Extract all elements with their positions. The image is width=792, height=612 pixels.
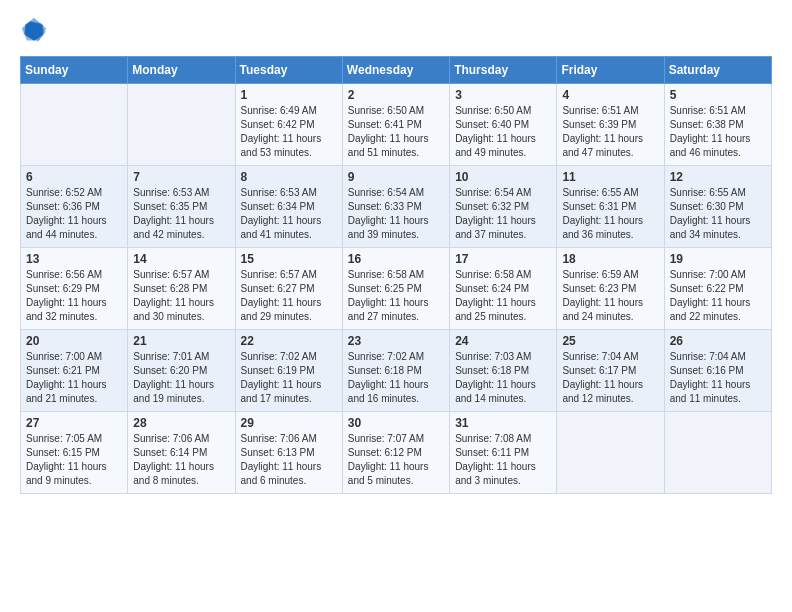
day-number: 12 — [670, 170, 766, 184]
cell-content: Sunrise: 7:02 AMSunset: 6:18 PMDaylight:… — [348, 350, 444, 406]
calendar-cell: 19 Sunrise: 7:00 AMSunset: 6:22 PMDaylig… — [664, 248, 771, 330]
cell-content: Sunrise: 7:04 AMSunset: 6:17 PMDaylight:… — [562, 350, 658, 406]
weekday-header: Sunday — [21, 57, 128, 84]
day-number: 10 — [455, 170, 551, 184]
cell-content: Sunrise: 6:53 AMSunset: 6:34 PMDaylight:… — [241, 186, 337, 242]
calendar-cell: 5 Sunrise: 6:51 AMSunset: 6:38 PMDayligh… — [664, 84, 771, 166]
day-number: 24 — [455, 334, 551, 348]
calendar-cell: 29 Sunrise: 7:06 AMSunset: 6:13 PMDaylig… — [235, 412, 342, 494]
day-number: 29 — [241, 416, 337, 430]
day-number: 6 — [26, 170, 122, 184]
cell-content: Sunrise: 7:01 AMSunset: 6:20 PMDaylight:… — [133, 350, 229, 406]
weekday-header: Saturday — [664, 57, 771, 84]
calendar-cell: 22 Sunrise: 7:02 AMSunset: 6:19 PMDaylig… — [235, 330, 342, 412]
day-number: 8 — [241, 170, 337, 184]
calendar-cell: 1 Sunrise: 6:49 AMSunset: 6:42 PMDayligh… — [235, 84, 342, 166]
calendar-cell: 21 Sunrise: 7:01 AMSunset: 6:20 PMDaylig… — [128, 330, 235, 412]
calendar-cell: 24 Sunrise: 7:03 AMSunset: 6:18 PMDaylig… — [450, 330, 557, 412]
page: SundayMondayTuesdayWednesdayThursdayFrid… — [0, 0, 792, 510]
calendar-cell — [557, 412, 664, 494]
day-number: 9 — [348, 170, 444, 184]
cell-content: Sunrise: 7:00 AMSunset: 6:22 PMDaylight:… — [670, 268, 766, 324]
calendar-cell: 26 Sunrise: 7:04 AMSunset: 6:16 PMDaylig… — [664, 330, 771, 412]
cell-content: Sunrise: 7:04 AMSunset: 6:16 PMDaylight:… — [670, 350, 766, 406]
calendar-cell: 7 Sunrise: 6:53 AMSunset: 6:35 PMDayligh… — [128, 166, 235, 248]
calendar-cell: 8 Sunrise: 6:53 AMSunset: 6:34 PMDayligh… — [235, 166, 342, 248]
calendar-cell: 15 Sunrise: 6:57 AMSunset: 6:27 PMDaylig… — [235, 248, 342, 330]
calendar-cell: 17 Sunrise: 6:58 AMSunset: 6:24 PMDaylig… — [450, 248, 557, 330]
calendar-cell: 10 Sunrise: 6:54 AMSunset: 6:32 PMDaylig… — [450, 166, 557, 248]
day-number: 1 — [241, 88, 337, 102]
cell-content: Sunrise: 6:50 AMSunset: 6:40 PMDaylight:… — [455, 104, 551, 160]
cell-content: Sunrise: 6:58 AMSunset: 6:24 PMDaylight:… — [455, 268, 551, 324]
cell-content: Sunrise: 6:51 AMSunset: 6:39 PMDaylight:… — [562, 104, 658, 160]
day-number: 25 — [562, 334, 658, 348]
day-number: 26 — [670, 334, 766, 348]
day-number: 31 — [455, 416, 551, 430]
day-number: 4 — [562, 88, 658, 102]
weekday-header: Wednesday — [342, 57, 449, 84]
cell-content: Sunrise: 7:06 AMSunset: 6:13 PMDaylight:… — [241, 432, 337, 488]
weekday-header: Monday — [128, 57, 235, 84]
day-number: 23 — [348, 334, 444, 348]
cell-content: Sunrise: 6:52 AMSunset: 6:36 PMDaylight:… — [26, 186, 122, 242]
logo-icon — [20, 16, 48, 44]
calendar-cell: 3 Sunrise: 6:50 AMSunset: 6:40 PMDayligh… — [450, 84, 557, 166]
cell-content: Sunrise: 7:06 AMSunset: 6:14 PMDaylight:… — [133, 432, 229, 488]
calendar-cell — [128, 84, 235, 166]
calendar-week-row: 1 Sunrise: 6:49 AMSunset: 6:42 PMDayligh… — [21, 84, 772, 166]
day-number: 5 — [670, 88, 766, 102]
cell-content: Sunrise: 6:49 AMSunset: 6:42 PMDaylight:… — [241, 104, 337, 160]
calendar-table: SundayMondayTuesdayWednesdayThursdayFrid… — [20, 56, 772, 494]
cell-content: Sunrise: 7:02 AMSunset: 6:19 PMDaylight:… — [241, 350, 337, 406]
calendar-cell: 16 Sunrise: 6:58 AMSunset: 6:25 PMDaylig… — [342, 248, 449, 330]
day-number: 3 — [455, 88, 551, 102]
calendar-cell: 30 Sunrise: 7:07 AMSunset: 6:12 PMDaylig… — [342, 412, 449, 494]
cell-content: Sunrise: 6:57 AMSunset: 6:27 PMDaylight:… — [241, 268, 337, 324]
cell-content: Sunrise: 6:54 AMSunset: 6:32 PMDaylight:… — [455, 186, 551, 242]
cell-content: Sunrise: 7:00 AMSunset: 6:21 PMDaylight:… — [26, 350, 122, 406]
day-number: 13 — [26, 252, 122, 266]
calendar-cell: 6 Sunrise: 6:52 AMSunset: 6:36 PMDayligh… — [21, 166, 128, 248]
cell-content: Sunrise: 6:51 AMSunset: 6:38 PMDaylight:… — [670, 104, 766, 160]
day-number: 19 — [670, 252, 766, 266]
day-number: 18 — [562, 252, 658, 266]
day-number: 20 — [26, 334, 122, 348]
day-number: 30 — [348, 416, 444, 430]
day-number: 14 — [133, 252, 229, 266]
cell-content: Sunrise: 6:54 AMSunset: 6:33 PMDaylight:… — [348, 186, 444, 242]
cell-content: Sunrise: 6:58 AMSunset: 6:25 PMDaylight:… — [348, 268, 444, 324]
logo — [20, 16, 52, 44]
weekday-header: Thursday — [450, 57, 557, 84]
cell-content: Sunrise: 6:50 AMSunset: 6:41 PMDaylight:… — [348, 104, 444, 160]
calendar-cell: 4 Sunrise: 6:51 AMSunset: 6:39 PMDayligh… — [557, 84, 664, 166]
calendar-week-row: 6 Sunrise: 6:52 AMSunset: 6:36 PMDayligh… — [21, 166, 772, 248]
cell-content: Sunrise: 6:57 AMSunset: 6:28 PMDaylight:… — [133, 268, 229, 324]
day-number: 28 — [133, 416, 229, 430]
cell-content: Sunrise: 6:55 AMSunset: 6:30 PMDaylight:… — [670, 186, 766, 242]
cell-content: Sunrise: 6:53 AMSunset: 6:35 PMDaylight:… — [133, 186, 229, 242]
calendar-cell: 28 Sunrise: 7:06 AMSunset: 6:14 PMDaylig… — [128, 412, 235, 494]
calendar-cell: 14 Sunrise: 6:57 AMSunset: 6:28 PMDaylig… — [128, 248, 235, 330]
day-number: 11 — [562, 170, 658, 184]
weekday-header: Friday — [557, 57, 664, 84]
header — [20, 16, 772, 44]
day-number: 27 — [26, 416, 122, 430]
calendar-cell: 20 Sunrise: 7:00 AMSunset: 6:21 PMDaylig… — [21, 330, 128, 412]
day-number: 17 — [455, 252, 551, 266]
day-number: 7 — [133, 170, 229, 184]
calendar-cell: 2 Sunrise: 6:50 AMSunset: 6:41 PMDayligh… — [342, 84, 449, 166]
calendar-cell — [664, 412, 771, 494]
weekday-header: Tuesday — [235, 57, 342, 84]
calendar-week-row: 13 Sunrise: 6:56 AMSunset: 6:29 PMDaylig… — [21, 248, 772, 330]
cell-content: Sunrise: 6:56 AMSunset: 6:29 PMDaylight:… — [26, 268, 122, 324]
day-number: 21 — [133, 334, 229, 348]
cell-content: Sunrise: 7:05 AMSunset: 6:15 PMDaylight:… — [26, 432, 122, 488]
calendar-cell: 31 Sunrise: 7:08 AMSunset: 6:11 PMDaylig… — [450, 412, 557, 494]
day-number: 22 — [241, 334, 337, 348]
weekday-header-row: SundayMondayTuesdayWednesdayThursdayFrid… — [21, 57, 772, 84]
calendar-cell: 11 Sunrise: 6:55 AMSunset: 6:31 PMDaylig… — [557, 166, 664, 248]
calendar-cell: 23 Sunrise: 7:02 AMSunset: 6:18 PMDaylig… — [342, 330, 449, 412]
calendar-cell: 12 Sunrise: 6:55 AMSunset: 6:30 PMDaylig… — [664, 166, 771, 248]
cell-content: Sunrise: 7:08 AMSunset: 6:11 PMDaylight:… — [455, 432, 551, 488]
